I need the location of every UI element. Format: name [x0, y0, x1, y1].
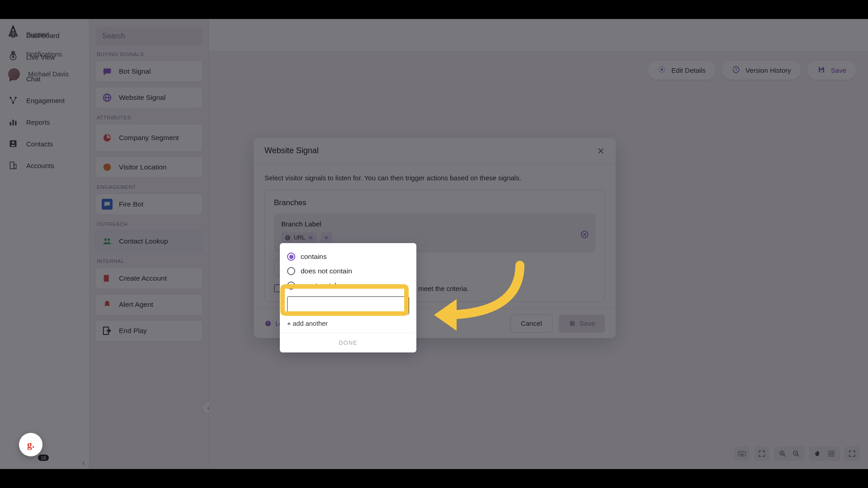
- assistant-badge[interactable]: g.: [19, 433, 42, 456]
- radio-icon: [287, 267, 295, 275]
- url-condition-popover: contains does not contain exact match + …: [280, 243, 416, 352]
- done-button[interactable]: DONE: [280, 333, 416, 352]
- option-does-not-contain[interactable]: does not contain: [287, 264, 409, 278]
- g-icon: g.: [27, 439, 35, 450]
- option-exact-match[interactable]: exact match: [287, 278, 409, 293]
- radio-icon: [287, 282, 295, 290]
- radio-selected-icon: [287, 253, 295, 261]
- add-another-link[interactable]: + add another: [287, 320, 409, 327]
- dim-overlay: [0, 19, 868, 469]
- option-contains[interactable]: contains: [287, 249, 409, 264]
- condition-value-input[interactable]: [287, 296, 409, 314]
